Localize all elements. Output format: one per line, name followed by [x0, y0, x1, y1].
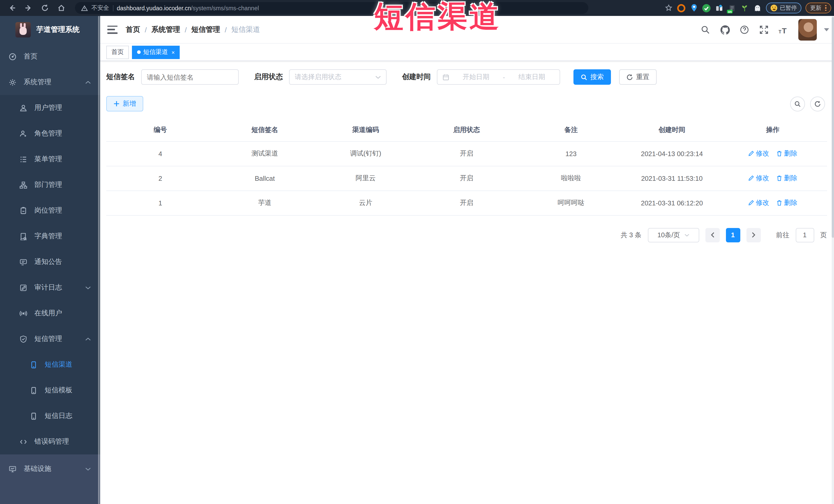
font-size-icon[interactable]: TT — [778, 25, 788, 35]
plus-icon — [113, 101, 119, 107]
reset-button[interactable]: 重置 — [619, 69, 657, 85]
sidebar-item-error-code[interactable]: 错误码管理 — [0, 429, 100, 455]
sidebar-item-users[interactable]: 用户管理 — [0, 95, 100, 121]
extension-plant-icon[interactable] — [740, 4, 749, 12]
security-label[interactable]: 不安全 — [91, 4, 109, 12]
edit-link[interactable]: 修改 — [748, 174, 769, 183]
paused-extension-badge[interactable]: 已暂停 — [766, 3, 802, 13]
phone-icon — [30, 387, 38, 394]
refresh-icon — [626, 74, 633, 80]
gear-icon — [9, 78, 17, 86]
delete-link[interactable]: 删除 — [776, 149, 797, 158]
sidebar-item-label: 基础设施 — [24, 464, 51, 474]
sidebar-item-notice[interactable]: 通知公告 — [0, 249, 100, 275]
chrome-menu-icon[interactable] — [825, 5, 826, 11]
extension-check-icon[interactable] — [702, 4, 710, 12]
time-label: 创建时间 — [402, 72, 431, 82]
status-label: 启用状态 — [254, 72, 283, 82]
back-icon[interactable] — [5, 2, 19, 14]
cell-code: 调试(钉钉) — [315, 141, 416, 166]
goto-page-input[interactable] — [795, 228, 814, 242]
github-icon[interactable] — [720, 25, 729, 35]
sign-input-field[interactable] — [147, 73, 233, 81]
search-icon[interactable] — [701, 25, 710, 35]
chrome-update-button[interactable]: 更新 — [806, 3, 831, 13]
home-icon[interactable] — [54, 2, 68, 14]
sidebar-scrollbar[interactable] — [98, 16, 100, 504]
url-separator — [113, 5, 113, 11]
user-menu[interactable] — [798, 19, 829, 41]
sidebar-item-dict[interactable]: 字典管理 — [0, 223, 100, 249]
close-tab-icon[interactable]: × — [172, 49, 175, 55]
scrollbar-thumb[interactable] — [831, 17, 834, 238]
bookmark-star-icon[interactable] — [664, 4, 673, 12]
breadcrumb-system[interactable]: 系统管理 — [151, 25, 180, 34]
extension-grid-icon[interactable] — [715, 4, 723, 12]
cell-created: 2021-04-13 00:23:14 — [625, 141, 719, 166]
extension-orange-ring-icon[interactable] — [677, 4, 685, 12]
cell-sign: 芋道 — [214, 191, 315, 215]
reload-icon[interactable] — [38, 2, 51, 14]
table-row: 4 测试渠道 调试(钉钉) 开启 123 2021-04-13 00:23:14… — [106, 141, 827, 166]
breadcrumb-home[interactable]: 首页 — [126, 25, 140, 34]
next-page-button[interactable] — [746, 228, 761, 242]
address-bar[interactable]: 不安全 dashboard.yudao.iocoder.cn/system/sm… — [75, 2, 588, 14]
announcement-icon — [20, 258, 27, 266]
tab-home[interactable]: 首页 — [106, 45, 129, 59]
sidebar-item-online-users[interactable]: 在线用户 — [0, 300, 100, 326]
sidebar-item-posts[interactable]: 岗位管理 — [0, 198, 100, 223]
search-button[interactable]: 搜索 — [573, 69, 611, 85]
sidebar-item-sms-log[interactable]: 短信日志 — [0, 403, 100, 429]
page-unit: 页 — [820, 230, 827, 240]
page-number-button[interactable]: 1 — [726, 228, 740, 242]
sign-input[interactable] — [141, 69, 239, 85]
app-logo-row[interactable]: 芋道管理系统 — [0, 16, 100, 44]
breadcrumb-separator: / — [185, 25, 187, 34]
extension-ghost-icon[interactable] — [753, 4, 762, 12]
sidebar-item-sms-channel[interactable]: 短信渠道 — [0, 352, 100, 377]
prev-page-button[interactable] — [705, 228, 720, 242]
add-button[interactable]: 新增 — [106, 96, 143, 111]
sidebar-item-depts[interactable]: 部门管理 — [0, 172, 100, 198]
date-range-picker[interactable]: 开始日期 - 结束日期 — [437, 69, 560, 85]
sidebar-item-audit-log[interactable]: 审计日志 — [0, 275, 100, 300]
paused-label: 已暂停 — [780, 4, 797, 12]
delete-link[interactable]: 删除 — [776, 198, 797, 207]
sidebar-item-sms-template[interactable]: 短信模板 — [0, 377, 100, 403]
sidebar-item-menus[interactable]: 菜单管理 — [0, 146, 100, 172]
tab-sms-channel[interactable]: 短信渠道 × — [132, 45, 180, 59]
edit-link[interactable]: 修改 — [748, 198, 769, 207]
cell-remark: 啦啦啦 — [517, 166, 625, 191]
page-size-select[interactable]: 10条/页 — [648, 228, 699, 242]
toggle-search-button[interactable] — [790, 96, 805, 111]
add-label: 新增 — [123, 99, 136, 108]
reset-label: 重置 — [636, 72, 650, 82]
forward-icon[interactable] — [22, 2, 35, 14]
hamburger-icon[interactable] — [107, 25, 117, 34]
delete-link[interactable]: 删除 — [776, 174, 797, 183]
sidebar-item-home[interactable]: 首页 — [0, 44, 100, 69]
edit-link[interactable]: 修改 — [748, 149, 769, 158]
help-icon[interactable] — [740, 25, 749, 35]
page-scrollbar[interactable] — [831, 16, 834, 504]
extension-pin-icon[interactable] — [689, 4, 698, 12]
sidebar-item-sms[interactable]: 短信管理 — [0, 326, 100, 352]
col-sign: 短信签名 — [214, 118, 315, 141]
status-select[interactable]: 请选择启用状态 — [289, 69, 387, 85]
pagination: 共 3 条 10条/页 1 前往 页 — [106, 228, 827, 242]
sidebar-item-label: 在线用户 — [35, 309, 62, 318]
extension-on-badge-icon[interactable]: on — [727, 4, 736, 12]
fullscreen-icon[interactable] — [759, 25, 768, 35]
table-header-row: 编号 短信签名 渠道编码 启用状态 备注 创建时间 操作 — [106, 118, 827, 141]
sidebar-item-roles[interactable]: 角色管理 — [0, 121, 100, 146]
sidebar-item-system[interactable]: 系统管理 — [0, 69, 100, 95]
col-actions: 操作 — [719, 118, 827, 141]
url-host: dashboard.yudao.iocoder.cn — [117, 5, 191, 11]
refresh-table-button[interactable] — [810, 96, 825, 111]
avatar[interactable] — [798, 19, 816, 41]
phone-icon — [30, 412, 38, 420]
refresh-icon — [814, 101, 821, 107]
url-text[interactable]: dashboard.yudao.iocoder.cn/system/sms/sm… — [117, 5, 259, 11]
sidebar-item-infrastructure[interactable]: 基础设施 — [0, 455, 100, 483]
breadcrumb-sms[interactable]: 短信管理 — [192, 25, 220, 34]
